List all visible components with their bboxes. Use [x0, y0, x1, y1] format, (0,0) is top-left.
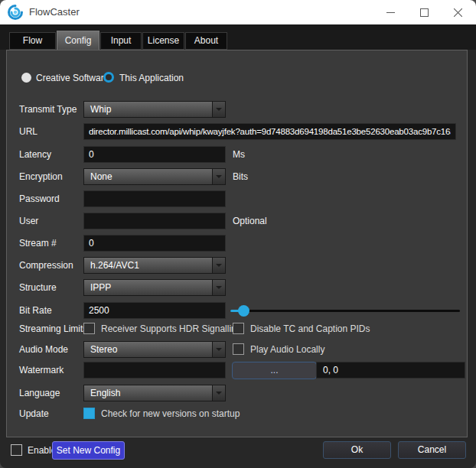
hdr-signalling-checkbox[interactable] [83, 323, 95, 334]
radio-this-application[interactable] [103, 72, 114, 83]
tab-flow[interactable]: Flow [9, 32, 56, 50]
minimize-icon [386, 8, 395, 17]
encryption-unit-label: Bits [233, 168, 248, 185]
password-input[interactable] [83, 190, 226, 207]
url-label: URL [19, 123, 37, 140]
chevron-down-icon [212, 280, 225, 295]
enable-checkbox[interactable] [11, 444, 22, 456]
watermark-browse-button[interactable]: ... [232, 362, 317, 379]
encryption-dropdown[interactable]: None [83, 168, 226, 185]
encryption-label: Encryption [19, 168, 63, 185]
latency-input[interactable] [83, 146, 226, 163]
ok-button[interactable]: Ok [323, 441, 391, 459]
audio-mode-value: Stereo [84, 344, 212, 355]
app-window: FlowCaster Flow Config Input License Abo… [0, 0, 476, 468]
url-input[interactable] [83, 123, 456, 140]
password-label: Password [19, 190, 60, 207]
slider-handle[interactable] [238, 305, 249, 317]
check-updates-checkbox[interactable] [83, 408, 95, 419]
cancel-button[interactable]: Cancel [398, 441, 466, 459]
chevron-down-icon [212, 342, 225, 357]
user-label: User [19, 213, 38, 229]
set-new-config-button[interactable]: Set New Config [52, 441, 125, 460]
chevron-down-icon [212, 169, 225, 184]
stream-number-label: Stream # [19, 235, 57, 252]
audio-mode-label: Audio Mode [19, 341, 68, 358]
chevron-down-icon [212, 385, 225, 401]
title-bar: FlowCaster [0, 0, 476, 24]
streaming-limits-label: Streaming Limits [19, 320, 87, 337]
user-optional-label: Optional [233, 213, 267, 229]
window-title: FlowCaster [29, 0, 80, 24]
structure-value: IPPP [84, 282, 212, 293]
tab-input[interactable]: Input [100, 32, 142, 50]
compression-value: h.264/AVC1 [84, 260, 212, 271]
maximize-button[interactable] [407, 0, 441, 24]
close-button[interactable] [441, 0, 474, 24]
stream-number-input[interactable] [83, 235, 226, 252]
play-audio-locally-checkbox[interactable] [233, 343, 244, 355]
transmit-type-dropdown[interactable]: Whip [83, 101, 226, 118]
structure-dropdown[interactable]: IPPP [83, 279, 226, 296]
disable-tc-pids-checkbox[interactable] [233, 323, 244, 334]
disable-tc-pids-checkbox-label: Disable TC and Caption PIDs [250, 323, 370, 335]
user-input[interactable] [83, 213, 226, 229]
check-updates-checkbox-label: Check for new versions on startup [101, 408, 240, 420]
encryption-value: None [84, 171, 212, 182]
chevron-down-icon [212, 102, 225, 117]
hdr-signalling-checkbox-label: Receiver Supports HDR Signalling [101, 323, 241, 335]
bit-rate-input[interactable] [83, 302, 226, 319]
language-label: Language [19, 385, 60, 401]
watermark-label: Watermark [19, 362, 64, 379]
transmit-type-label: Transmit Type [19, 101, 77, 118]
slider-track[interactable] [230, 310, 460, 312]
close-icon [454, 8, 462, 17]
maximize-icon [420, 8, 429, 17]
language-dropdown[interactable]: English [83, 385, 226, 401]
watermark-input[interactable] [83, 362, 226, 379]
bit-rate-label: Bit Rate [19, 302, 52, 319]
latency-label: Latency [19, 146, 51, 163]
bit-rate-slider[interactable] [230, 302, 460, 319]
radio-this-application-label: This Application [119, 70, 184, 86]
config-panel: Creative Software This Application Trans… [6, 50, 468, 437]
transmit-type-value: Whip [84, 104, 212, 115]
audio-mode-dropdown[interactable]: Stereo [83, 341, 226, 358]
language-value: English [84, 388, 212, 398]
tab-config[interactable]: Config [57, 31, 99, 50]
compression-label: Compression [19, 257, 73, 274]
structure-label: Structure [19, 279, 57, 296]
latency-unit-label: Ms [233, 146, 245, 163]
compression-dropdown[interactable]: h.264/AVC1 [83, 257, 226, 274]
update-label: Update [19, 405, 49, 422]
app-logo-icon [8, 5, 23, 20]
tab-license[interactable]: License [142, 32, 184, 50]
watermark-position-input[interactable] [316, 362, 465, 379]
radio-creative-software-label: Creative Software [36, 70, 109, 86]
chevron-down-icon [212, 258, 225, 273]
tab-about[interactable]: About [185, 32, 227, 50]
play-audio-locally-checkbox-label: Play Audio Locally [250, 343, 324, 356]
minimize-button[interactable] [373, 0, 407, 24]
radio-creative-software[interactable] [21, 73, 31, 83]
